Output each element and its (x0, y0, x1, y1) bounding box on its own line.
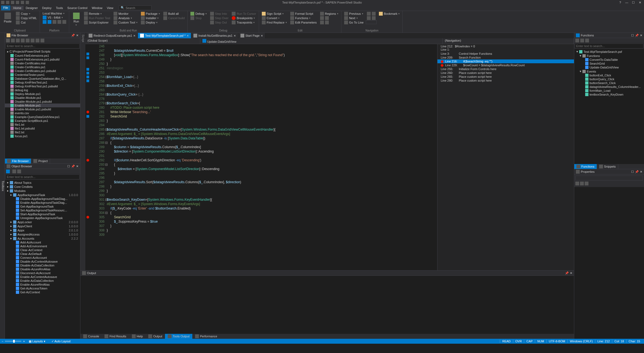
file-item[interactable]: Create-Certificates.ps1.psbuild (5, 69, 80, 73)
status-segment[interactable]: Char: 15 (626, 340, 642, 343)
ob-window-icon[interactable]: ☐ (67, 165, 70, 168)
file-item[interactable]: Create-Certificates.ps1 (5, 65, 80, 69)
fn-close-icon[interactable]: ✕ (640, 34, 642, 37)
fb-tool-5-icon[interactable] (26, 39, 30, 42)
object-item[interactable]: ▸ Appx2.0.1.0 (5, 228, 80, 232)
bookmark-button[interactable]: Bookmark▾ (378, 12, 401, 16)
fn-tab[interactable]: Functions (574, 164, 597, 169)
object-item[interactable]: ▸ AssignedAccess1.0.0.0 (5, 232, 80, 236)
object-item[interactable]: Clear-AzDefault (5, 252, 80, 256)
file-browser-tree[interactable]: ▸ C:\Projects\PowerShell ScriptsCount-Fi… (5, 49, 80, 159)
object-item[interactable]: Get-AzAccessToken (5, 286, 80, 290)
cut-button[interactable]: Cut (15, 20, 38, 25)
copy-button[interactable]: Copy▾ (15, 12, 38, 16)
object-item[interactable]: Add-AzAccount (5, 240, 80, 244)
output-tab[interactable]: Console (80, 334, 102, 339)
function-item[interactable]: datagridviewResults_ColumnHeader... (574, 85, 644, 89)
function-item[interactable]: buttonQuery_Click (574, 77, 644, 81)
object-browser-search-input[interactable] (5, 174, 80, 179)
function-item[interactable]: textboxSearch_KeyDown (574, 93, 644, 96)
find-replace-button[interactable]: Find Replace▾ (261, 20, 288, 25)
zoom-in-icon[interactable]: + (23, 340, 25, 343)
fb-tab[interactable]: Project (31, 159, 50, 163)
object-item[interactable]: ▸ AppvClient1.0.0.0 (5, 224, 80, 228)
file-item[interactable]: debug.log (5, 88, 80, 92)
nav-item[interactable]: Line 255:Initialize Form Controls here (437, 67, 574, 71)
function-item[interactable]: ▾ Events (574, 69, 644, 73)
output-tab[interactable]: Performance (192, 334, 220, 339)
output-tab[interactable]: Output (146, 334, 165, 339)
menu-home[interactable]: Home (11, 6, 24, 10)
analysis-button[interactable]: Analysis▾ (112, 16, 139, 20)
object-item[interactable]: Disable-AzureRmAlias (5, 267, 80, 271)
step-over-button[interactable]: Step Over (209, 16, 230, 20)
function-item[interactable]: buttonExit_Click (574, 73, 644, 77)
status-segment[interactable]: UTF-8-BOM (546, 340, 567, 343)
zoom-out-icon[interactable]: − (2, 340, 3, 343)
prop-tool-3-icon[interactable] (585, 182, 588, 185)
navigation-dropdown[interactable]: (Navigation) (443, 38, 574, 44)
scope-dropdown[interactable]: (Global Scope) (85, 38, 200, 44)
object-item[interactable]: Disable-AzDataCollection (5, 263, 80, 267)
platform-machine-dropdown[interactable]: Local Machine ▾ (42, 12, 67, 15)
object-item[interactable]: ▸ Az.Accounts2.2.2 (5, 236, 80, 240)
next-button[interactable]: Next▾ (343, 16, 365, 20)
function-item[interactable]: formMain_Load (574, 89, 644, 93)
functions-button[interactable]: Functions▾ (289, 16, 318, 20)
fb-tool-6-icon[interactable] (31, 39, 34, 42)
function-item[interactable]: buttonSearch_Click (574, 81, 644, 85)
designer-tab-vertical[interactable]: Designer (80, 34, 81, 269)
file-item[interactable]: Deploy-Module.ps1 (5, 92, 80, 96)
open-icon[interactable] (11, 1, 14, 4)
redo-icon[interactable] (26, 1, 29, 4)
tracepoints-button[interactable]: Tracepoints▾ (231, 20, 257, 25)
nav-item[interactable]: Line 229:$rowCount = $datagridviewResult… (437, 63, 574, 67)
object-item[interactable]: Get-AzContext (5, 290, 80, 294)
ob-tool-3-icon[interactable] (17, 170, 21, 173)
file-item[interactable]: file1.txt (5, 123, 80, 127)
save-icon[interactable] (16, 1, 19, 4)
ps-icon-3[interactable] (53, 20, 56, 24)
regions-button[interactable]: Regions▾ (319, 12, 340, 16)
file-item[interactable]: focus.ps1 (5, 134, 80, 138)
layouts-button[interactable]: ▦ Layouts ▾ (27, 340, 48, 343)
menu-source-control[interactable]: Source Control (65, 6, 89, 10)
output-close-icon[interactable]: ✕ (570, 271, 572, 275)
nav-arrows[interactable] (366, 12, 377, 16)
previous-button[interactable]: Previous▾ (343, 12, 365, 16)
function-item[interactable]: ConvertTo-DataTable (574, 58, 644, 62)
file-item[interactable]: Count-FileExtensions.ps1.psbuild (5, 58, 80, 61)
close-tab-icon[interactable]: ✕ (234, 34, 236, 37)
nav-item[interactable]: Line 3:Control Helper Functions (437, 52, 574, 56)
file-item[interactable]: Debug-XmlFilesTest.ps1 (5, 81, 80, 84)
prop-close-icon[interactable]: ✕ (640, 170, 642, 174)
goto-line-button[interactable]: Go To Line (343, 20, 365, 25)
ps-icon-4[interactable] (57, 20, 61, 24)
object-item[interactable]: Set-AppBackgroundTaskResourc... (5, 208, 80, 212)
nav-item[interactable]: Line 209:Search Function (437, 56, 574, 59)
status-segment[interactable]: Windows (CRLF) (567, 340, 595, 343)
ps-icon[interactable] (43, 20, 47, 24)
doc-tab[interactable]: Start Page✕ (238, 33, 265, 38)
run-pester-button[interactable]: Run Pester Test (83, 16, 111, 20)
toolbox-strip[interactable]: Toolbox (0, 33, 5, 339)
menu-designer[interactable]: Designer (24, 6, 40, 10)
file-item[interactable]: Create-Certificates.msi (5, 61, 80, 65)
functions-search-input[interactable] (575, 44, 643, 48)
zoom-slider[interactable] (5, 341, 21, 342)
output-tab[interactable]: Find Results (102, 334, 129, 339)
bookmark-marker[interactable] (86, 115, 89, 118)
minimize-button[interactable]: — (624, 1, 630, 4)
fb-tool-7-icon[interactable] (36, 39, 39, 42)
debug-button[interactable]: Debug▾ (189, 12, 208, 16)
goto-line-input[interactable] (366, 20, 377, 24)
menu-deploy[interactable]: Deploy (40, 6, 54, 10)
fb-tab[interactable]: File Browser (5, 159, 31, 163)
fb-tool-3-icon[interactable] (16, 39, 20, 42)
fb-tool-2-icon[interactable] (11, 39, 15, 42)
edit-params-button[interactable]: Edit Parameters (289, 20, 318, 25)
object-item[interactable]: Enable-AppBackgroundTaskDiag... (5, 201, 80, 205)
function-item[interactable]: Update-DataGridView (574, 65, 644, 69)
cancel-build-button[interactable]: Cancel build (162, 16, 186, 20)
menu-window[interactable]: Window (89, 6, 105, 10)
